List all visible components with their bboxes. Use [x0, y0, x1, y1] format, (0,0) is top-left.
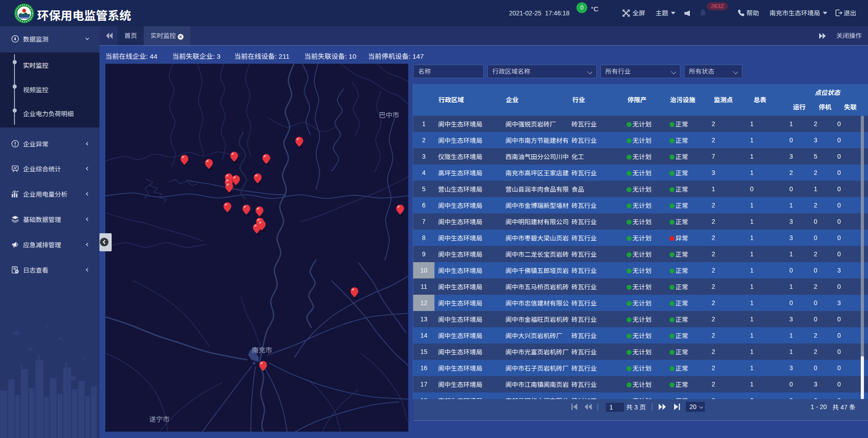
svg-text:巴中市: 巴中市: [379, 111, 399, 119]
svg-text:遂宁市: 遂宁市: [149, 415, 170, 423]
svg-text:南充市: 南充市: [252, 346, 272, 354]
